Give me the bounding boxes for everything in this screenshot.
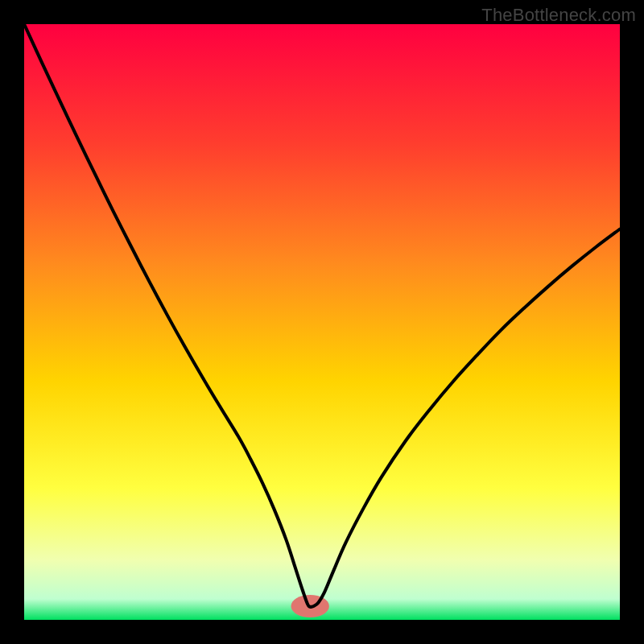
watermark-text: TheBottleneck.com [481, 5, 636, 26]
plot-background [24, 24, 620, 620]
bottleneck-plot [24, 24, 620, 620]
chart-frame: TheBottleneck.com [0, 0, 644, 644]
